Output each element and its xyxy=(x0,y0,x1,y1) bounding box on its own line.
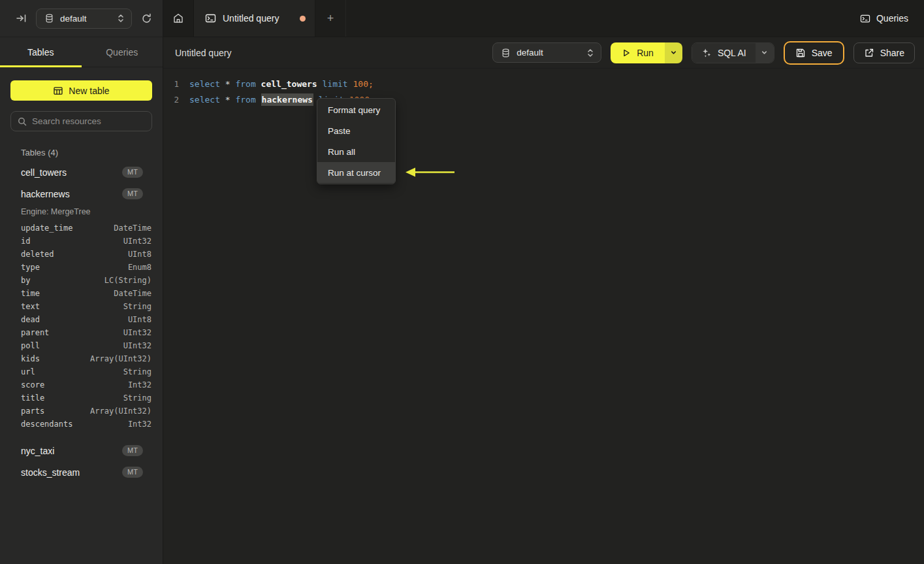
column-name: url xyxy=(21,367,35,376)
database-selector[interactable]: default xyxy=(36,8,132,29)
column-name: title xyxy=(21,393,44,403)
column-name: dead xyxy=(21,315,40,324)
column-type: DateTime xyxy=(114,224,151,233)
column-name: text xyxy=(21,302,40,311)
sql-console-app: default xyxy=(0,0,924,564)
table-name: cell_towers xyxy=(21,167,67,178)
column-type: String xyxy=(123,302,151,311)
sidebar-tab-tables[interactable]: Tables xyxy=(0,37,82,67)
column-row: byLC(String) xyxy=(0,274,163,287)
table-row[interactable]: stocks_streamMT xyxy=(0,461,163,483)
code-token: limit xyxy=(323,79,348,89)
column-type: Enum8 xyxy=(128,263,151,272)
new-table-button[interactable]: New table xyxy=(10,80,152,101)
table-name: nyc_taxi xyxy=(21,446,54,456)
sparkles-icon xyxy=(701,48,712,58)
menu-item-paste[interactable]: Paste xyxy=(317,120,395,141)
code-token: cell_towers xyxy=(261,79,317,89)
column-type: String xyxy=(123,393,151,403)
menu-item-format-query[interactable]: Format query xyxy=(317,99,395,120)
refresh-button[interactable] xyxy=(138,10,155,27)
code-token: ; xyxy=(368,79,374,89)
table-row[interactable]: cell_towersMT xyxy=(0,161,163,183)
save-button-label: Save xyxy=(812,48,833,58)
column-type: Int32 xyxy=(128,420,151,429)
query-toolbar: Untitled query default xyxy=(163,37,924,69)
column-row: deadUInt8 xyxy=(0,313,163,326)
table-row[interactable]: hackernewsMT xyxy=(0,183,163,205)
code-token: from xyxy=(235,79,255,89)
column-type: UInt32 xyxy=(123,341,151,350)
share-button-label: Share xyxy=(880,48,904,58)
terminal-icon xyxy=(860,14,870,24)
column-type: String xyxy=(123,367,151,376)
sidebar-tab-queries[interactable]: Queries xyxy=(82,37,163,67)
home-button[interactable] xyxy=(163,0,193,37)
table-grid-icon xyxy=(53,86,63,96)
sidebar-tabs: Tables Queries xyxy=(0,37,163,67)
plus-icon: + xyxy=(327,12,334,25)
column-row: titleString xyxy=(0,391,163,405)
column-name: poll xyxy=(21,341,40,350)
menu-item-run-all[interactable]: Run all xyxy=(317,141,395,162)
column-row: textString xyxy=(0,300,163,313)
column-name: score xyxy=(21,380,44,390)
column-row: urlString xyxy=(0,365,163,378)
updown-chevron-icon xyxy=(586,48,594,58)
column-type: Int32 xyxy=(128,380,151,390)
sql-ai-options-button[interactable] xyxy=(756,43,774,63)
column-type: UInt32 xyxy=(123,237,151,246)
code-token xyxy=(256,95,261,105)
column-row: partsArray(UInt32) xyxy=(0,405,163,418)
run-options-button[interactable] xyxy=(665,42,682,63)
line-number: 1 xyxy=(168,79,179,89)
engine-badge: MT xyxy=(122,467,143,478)
column-name: type xyxy=(21,263,40,272)
search-input[interactable] xyxy=(32,116,145,126)
search-icon xyxy=(18,117,27,126)
run-button[interactable]: Run xyxy=(611,42,665,63)
code-token: from xyxy=(235,95,255,105)
code-token xyxy=(220,79,225,89)
table-name: stocks_stream xyxy=(21,467,80,478)
queries-button[interactable]: Queries xyxy=(852,0,924,37)
column-type: UInt32 xyxy=(123,328,151,337)
share-button[interactable]: Share xyxy=(853,42,915,63)
code-token xyxy=(256,79,261,89)
column-name: id xyxy=(21,237,30,246)
column-type: Array(UInt32) xyxy=(90,406,151,416)
chevron-down-icon xyxy=(670,49,677,56)
collapse-sidebar-button[interactable] xyxy=(13,10,29,26)
toolbar-database-selector[interactable]: default xyxy=(492,42,601,63)
line-number: 2 xyxy=(168,95,179,105)
tab-title: Untitled query xyxy=(223,13,279,24)
tables-list: cell_towersMThackernewsMTEngine: MergeTr… xyxy=(0,161,163,483)
sidebar-header: default xyxy=(0,0,163,37)
sql-ai-split-button: SQL AI xyxy=(692,42,774,63)
menu-item-run-at-cursor[interactable]: Run at cursor xyxy=(317,162,395,183)
tab-untitled-query[interactable]: Untitled query xyxy=(193,0,315,37)
column-row: deletedUInt8 xyxy=(0,248,163,261)
database-icon xyxy=(501,48,511,58)
column-row: typeEnum8 xyxy=(0,261,163,274)
tab-strip-spacer xyxy=(346,0,852,37)
column-row: scoreInt32 xyxy=(0,378,163,391)
annotation-arrow xyxy=(405,164,456,180)
new-table-label: New table xyxy=(69,86,109,96)
tab-strip: Untitled query + Queries xyxy=(163,0,924,37)
column-type: LC(String) xyxy=(104,276,151,285)
code-line: 1select * from cell_towers limit 100; xyxy=(163,76,924,91)
save-button[interactable]: Save xyxy=(784,41,844,65)
table-row[interactable]: nyc_taxiMT xyxy=(0,440,163,461)
engine-label: Engine: MergeTree xyxy=(0,205,163,222)
sql-ai-label: SQL AI xyxy=(718,48,746,58)
engine-badge: MT xyxy=(122,445,143,456)
new-tab-button[interactable]: + xyxy=(315,0,346,37)
column-row: parentUInt32 xyxy=(0,326,163,339)
code-token: 100 xyxy=(353,79,368,89)
column-row: idUInt32 xyxy=(0,235,163,248)
sql-ai-button[interactable]: SQL AI xyxy=(692,43,756,63)
code-token: hackernews xyxy=(261,93,313,106)
sql-editor[interactable]: 1select * from cell_towers limit 100;2se… xyxy=(163,69,924,564)
code-text: select * from cell_towers limit 100; xyxy=(189,79,374,89)
